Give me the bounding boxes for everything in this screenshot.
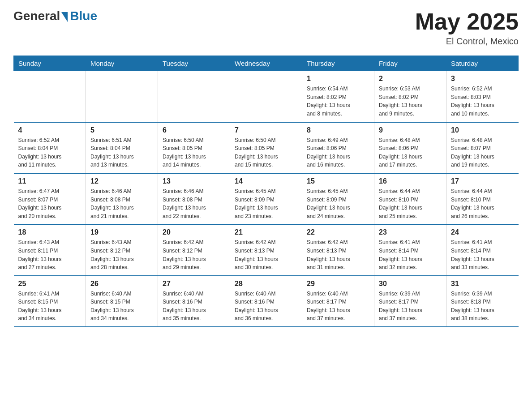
day-number: 7 — [235, 126, 297, 134]
day-number: 23 — [379, 228, 442, 236]
day-info: Sunrise: 6:42 AM Sunset: 8:13 PM Dayligh… — [307, 238, 369, 271]
calendar-week-row: 11Sunrise: 6:47 AM Sunset: 8:07 PM Dayli… — [14, 173, 519, 224]
day-info: Sunrise: 6:46 AM Sunset: 8:08 PM Dayligh… — [163, 187, 225, 220]
calendar-cell: 26Sunrise: 6:40 AM Sunset: 8:15 PM Dayli… — [86, 276, 158, 327]
day-info: Sunrise: 6:48 AM Sunset: 8:06 PM Dayligh… — [379, 136, 442, 169]
day-info: Sunrise: 6:50 AM Sunset: 8:05 PM Dayligh… — [163, 136, 225, 169]
day-number: 6 — [163, 126, 225, 134]
weekday-header-tuesday: Tuesday — [158, 56, 230, 71]
day-info: Sunrise: 6:41 AM Sunset: 8:14 PM Dayligh… — [379, 238, 442, 271]
day-number: 8 — [307, 126, 369, 134]
day-info: Sunrise: 6:42 AM Sunset: 8:12 PM Dayligh… — [163, 238, 225, 271]
calendar-cell: 28Sunrise: 6:40 AM Sunset: 8:16 PM Dayli… — [230, 276, 302, 327]
day-number: 27 — [163, 280, 225, 288]
day-number: 21 — [235, 228, 297, 236]
day-info: Sunrise: 6:40 AM Sunset: 8:17 PM Dayligh… — [307, 290, 369, 323]
logo: General Blue — [13, 9, 97, 23]
calendar-cell: 7Sunrise: 6:50 AM Sunset: 8:05 PM Daylig… — [230, 122, 302, 173]
calendar-cell: 12Sunrise: 6:46 AM Sunset: 8:08 PM Dayli… — [86, 173, 158, 224]
calendar-cell: 5Sunrise: 6:51 AM Sunset: 8:04 PM Daylig… — [86, 122, 158, 173]
calendar-cell: 29Sunrise: 6:40 AM Sunset: 8:17 PM Dayli… — [302, 276, 374, 327]
calendar-cell: 8Sunrise: 6:49 AM Sunset: 8:06 PM Daylig… — [302, 122, 374, 173]
day-info: Sunrise: 6:47 AM Sunset: 8:07 PM Dayligh… — [18, 187, 82, 220]
day-number: 3 — [451, 75, 514, 83]
day-info: Sunrise: 6:52 AM Sunset: 8:04 PM Dayligh… — [18, 136, 82, 169]
day-number: 15 — [307, 177, 369, 185]
calendar-cell: 16Sunrise: 6:44 AM Sunset: 8:10 PM Dayli… — [374, 173, 446, 224]
day-info: Sunrise: 6:41 AM Sunset: 8:15 PM Dayligh… — [18, 290, 82, 323]
location-text: El Control, Mexico — [415, 36, 519, 47]
calendar-cell: 13Sunrise: 6:46 AM Sunset: 8:08 PM Dayli… — [158, 173, 230, 224]
weekday-header-thursday: Thursday — [302, 56, 374, 71]
day-number: 19 — [90, 228, 153, 236]
day-info: Sunrise: 6:44 AM Sunset: 8:10 PM Dayligh… — [451, 187, 514, 220]
day-info: Sunrise: 6:52 AM Sunset: 8:03 PM Dayligh… — [451, 85, 514, 118]
logo-general-text: General — [13, 9, 60, 23]
day-number: 4 — [18, 126, 82, 134]
day-number: 18 — [18, 228, 82, 236]
day-info: Sunrise: 6:51 AM Sunset: 8:04 PM Dayligh… — [90, 136, 153, 169]
day-number: 24 — [451, 228, 514, 236]
logo-blue-text: Blue — [70, 9, 97, 23]
weekday-header-wednesday: Wednesday — [230, 56, 302, 71]
calendar-cell: 3Sunrise: 6:52 AM Sunset: 8:03 PM Daylig… — [446, 71, 519, 122]
day-info: Sunrise: 6:53 AM Sunset: 8:02 PM Dayligh… — [379, 85, 442, 118]
day-info: Sunrise: 6:45 AM Sunset: 8:09 PM Dayligh… — [307, 187, 369, 220]
calendar-cell — [230, 71, 302, 122]
day-number: 31 — [451, 280, 514, 288]
calendar-cell — [14, 71, 86, 122]
calendar-cell: 14Sunrise: 6:45 AM Sunset: 8:09 PM Dayli… — [230, 173, 302, 224]
day-number: 9 — [379, 126, 442, 134]
calendar-cell: 11Sunrise: 6:47 AM Sunset: 8:07 PM Dayli… — [14, 173, 86, 224]
calendar-cell: 30Sunrise: 6:39 AM Sunset: 8:17 PM Dayli… — [374, 276, 446, 327]
day-info: Sunrise: 6:43 AM Sunset: 8:12 PM Dayligh… — [90, 238, 153, 271]
calendar-cell: 25Sunrise: 6:41 AM Sunset: 8:15 PM Dayli… — [14, 276, 86, 327]
day-number: 25 — [18, 280, 82, 288]
month-title: May 2025 — [415, 9, 519, 34]
calendar-cell: 23Sunrise: 6:41 AM Sunset: 8:14 PM Dayli… — [374, 224, 446, 275]
calendar-week-row: 4Sunrise: 6:52 AM Sunset: 8:04 PM Daylig… — [14, 122, 519, 173]
day-number: 16 — [379, 177, 442, 185]
calendar-cell: 18Sunrise: 6:43 AM Sunset: 8:11 PM Dayli… — [14, 224, 86, 275]
calendar-cell: 15Sunrise: 6:45 AM Sunset: 8:09 PM Dayli… — [302, 173, 374, 224]
day-info: Sunrise: 6:40 AM Sunset: 8:15 PM Dayligh… — [90, 290, 153, 323]
day-number: 1 — [307, 75, 369, 83]
calendar-cell: 27Sunrise: 6:40 AM Sunset: 8:16 PM Dayli… — [158, 276, 230, 327]
weekday-header-saturday: Saturday — [446, 56, 519, 71]
day-info: Sunrise: 6:54 AM Sunset: 8:02 PM Dayligh… — [307, 85, 369, 118]
weekday-header-friday: Friday — [374, 56, 446, 71]
logo-triangle-icon — [61, 12, 68, 22]
weekday-header-row: SundayMondayTuesdayWednesdayThursdayFrid… — [14, 56, 519, 71]
page-header: General Blue May 2025 El Control, Mexico — [13, 9, 519, 47]
day-number: 22 — [307, 228, 369, 236]
weekday-header-monday: Monday — [86, 56, 158, 71]
day-number: 10 — [451, 126, 514, 134]
calendar-week-row: 18Sunrise: 6:43 AM Sunset: 8:11 PM Dayli… — [14, 224, 519, 275]
day-info: Sunrise: 6:41 AM Sunset: 8:14 PM Dayligh… — [451, 238, 514, 271]
calendar-cell: 31Sunrise: 6:39 AM Sunset: 8:18 PM Dayli… — [446, 276, 519, 327]
day-info: Sunrise: 6:44 AM Sunset: 8:10 PM Dayligh… — [379, 187, 442, 220]
calendar-cell: 2Sunrise: 6:53 AM Sunset: 8:02 PM Daylig… — [374, 71, 446, 122]
day-number: 17 — [451, 177, 514, 185]
calendar-cell — [86, 71, 158, 122]
calendar-cell: 9Sunrise: 6:48 AM Sunset: 8:06 PM Daylig… — [374, 122, 446, 173]
calendar-cell: 21Sunrise: 6:42 AM Sunset: 8:13 PM Dayli… — [230, 224, 302, 275]
day-number: 12 — [90, 177, 153, 185]
calendar-cell: 20Sunrise: 6:42 AM Sunset: 8:12 PM Dayli… — [158, 224, 230, 275]
calendar-week-row: 1Sunrise: 6:54 AM Sunset: 8:02 PM Daylig… — [14, 71, 519, 122]
day-number: 5 — [90, 126, 153, 134]
day-number: 14 — [235, 177, 297, 185]
day-number: 11 — [18, 177, 82, 185]
calendar-cell: 1Sunrise: 6:54 AM Sunset: 8:02 PM Daylig… — [302, 71, 374, 122]
day-info: Sunrise: 6:50 AM Sunset: 8:05 PM Dayligh… — [235, 136, 297, 169]
calendar-cell: 24Sunrise: 6:41 AM Sunset: 8:14 PM Dayli… — [446, 224, 519, 275]
day-number: 20 — [163, 228, 225, 236]
day-number: 29 — [307, 280, 369, 288]
day-info: Sunrise: 6:40 AM Sunset: 8:16 PM Dayligh… — [163, 290, 225, 323]
day-info: Sunrise: 6:48 AM Sunset: 8:07 PM Dayligh… — [451, 136, 514, 169]
calendar-cell — [158, 71, 230, 122]
calendar-table: SundayMondayTuesdayWednesdayThursdayFrid… — [13, 56, 519, 327]
day-info: Sunrise: 6:43 AM Sunset: 8:11 PM Dayligh… — [18, 238, 82, 271]
calendar-cell: 22Sunrise: 6:42 AM Sunset: 8:13 PM Dayli… — [302, 224, 374, 275]
calendar-cell: 19Sunrise: 6:43 AM Sunset: 8:12 PM Dayli… — [86, 224, 158, 275]
